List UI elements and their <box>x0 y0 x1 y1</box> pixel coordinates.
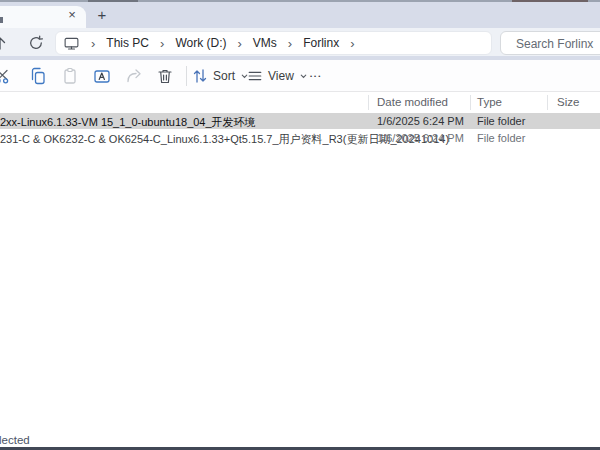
breadcrumb-chevron-icon[interactable]: › <box>283 37 297 50</box>
column-header-row: Date modified Type Size <box>0 92 600 113</box>
delete-icon[interactable] <box>155 66 175 86</box>
file-explorer-window: × + › This PC › Work (D:) › VMs › Forlin… <box>0 0 600 450</box>
command-toolbar: Sort View ••• <box>0 60 600 92</box>
tab-strip: × + <box>0 2 600 28</box>
breadcrumb-chevron-icon[interactable]: › <box>345 37 359 50</box>
file-name: 2xx-Linux6.1.33-VM 15_1_0-ubuntu18_04_开发… <box>0 115 256 130</box>
file-row[interactable]: 231-C & OK6232-C & OK6254-C_Linux6.1.33+… <box>0 130 600 146</box>
view-icon <box>247 68 263 84</box>
status-bar: lected <box>0 433 600 447</box>
tab-close-icon[interactable]: × <box>64 7 80 23</box>
this-pc-icon <box>63 35 80 52</box>
file-row-selected[interactable]: 2xx-Linux6.1.33-VM 15_1_0-ubuntu18_04_开发… <box>0 113 600 129</box>
file-type: File folder <box>477 115 525 127</box>
file-date-modified: 1/6/2025 6:24 PM <box>377 115 464 127</box>
breadcrumb-chevron-icon[interactable]: › <box>86 37 100 50</box>
column-resize-handle[interactable] <box>547 95 548 110</box>
address-bar[interactable]: › This PC › Work (D:) › VMs › Forlinx › <box>55 31 492 55</box>
view-button[interactable]: View <box>247 66 308 86</box>
up-one-level-icon[interactable] <box>0 33 10 53</box>
breadcrumb-chevron-icon[interactable]: › <box>232 37 246 50</box>
tab-active[interactable]: × <box>0 6 86 28</box>
more-options-button[interactable]: ••• <box>310 66 322 86</box>
file-type: File folder <box>477 132 525 144</box>
sort-button[interactable]: Sort <box>192 66 249 86</box>
navigation-bar: › This PC › Work (D:) › VMs › Forlinx › <box>0 28 600 56</box>
view-label: View <box>268 69 294 83</box>
cut-icon[interactable] <box>0 66 13 86</box>
share-icon[interactable] <box>124 66 144 86</box>
copy-icon[interactable] <box>28 66 48 86</box>
column-header-type[interactable]: Type <box>477 96 502 108</box>
column-resize-handle[interactable] <box>368 95 369 110</box>
rename-icon[interactable] <box>92 66 112 86</box>
paste-icon[interactable] <box>60 66 80 86</box>
column-header-size[interactable]: Size <box>557 96 579 108</box>
sort-icon <box>192 67 208 85</box>
refresh-icon[interactable] <box>26 33 46 53</box>
breadcrumb-item-vms[interactable]: VMs <box>247 36 283 50</box>
toolbar-separator <box>186 66 187 86</box>
tab-folder-icon <box>0 17 3 23</box>
file-date-modified: 1/6/2025 6:24 PM <box>377 132 464 144</box>
search-input[interactable] <box>514 33 600 55</box>
breadcrumb-item-work-d[interactable]: Work (D:) <box>169 36 232 50</box>
breadcrumb-chevron-icon[interactable]: › <box>155 37 169 50</box>
column-header-date-modified[interactable]: Date modified <box>377 96 448 108</box>
new-tab-button[interactable]: + <box>93 6 111 24</box>
breadcrumb-item-this-pc[interactable]: This PC <box>100 36 155 50</box>
search-box <box>500 31 600 55</box>
sort-label: Sort <box>213 69 235 83</box>
column-resize-handle[interactable] <box>470 95 471 110</box>
selection-status-text: lected <box>0 434 30 446</box>
breadcrumb-item-forlinx[interactable]: Forlinx <box>297 36 345 50</box>
more-options-icon: ••• <box>310 66 322 86</box>
chevron-down-icon <box>299 72 308 81</box>
